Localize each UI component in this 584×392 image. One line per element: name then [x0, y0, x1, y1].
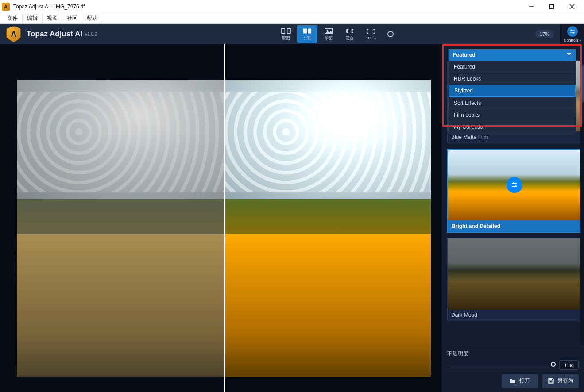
dropdown-option[interactable]: Soft Effects	[449, 97, 576, 109]
viewmode-split-label: 分割	[303, 35, 311, 41]
folder-icon	[510, 378, 516, 384]
dropdown-option[interactable]: Stylized	[449, 85, 576, 97]
menu-file[interactable]: 文件	[3, 13, 23, 23]
preset-card[interactable]: Bright and Detailed	[447, 149, 581, 233]
svg-point-12	[571, 29, 572, 31]
window-titlebar: A Topaz Adjust AI - IMG_7976.tif	[0, 0, 584, 13]
menu-edit[interactable]: 编辑	[23, 13, 43, 23]
app-icon: A	[2, 3, 10, 11]
preview-before	[17, 80, 224, 377]
open-button[interactable]: 打开	[502, 374, 538, 388]
viewmode-fit-label: 适合	[346, 35, 354, 41]
svg-point-14	[572, 32, 574, 33]
svg-point-16	[513, 182, 514, 184]
window-title: Topaz Adjust AI - IMG_7976.tif	[13, 4, 85, 10]
opacity-label: 不透明度	[447, 350, 579, 357]
viewmode-fit[interactable]: 适合	[340, 25, 360, 43]
opacity-slider[interactable]	[447, 365, 556, 365]
dropdown-option[interactable]: Featured	[449, 61, 576, 73]
preset-name: Dark Mood	[448, 309, 581, 321]
adjust-icon[interactable]	[507, 177, 522, 193]
preset-category-dropdown[interactable]: Featured FeaturedHDR LooksStylizedSoft E…	[448, 49, 576, 133]
preset-scrollbar-thumb[interactable]	[581, 65, 584, 103]
preview-after	[224, 80, 431, 377]
open-button-label: 打开	[519, 377, 530, 384]
viewmode-100[interactable]: 100%	[361, 25, 381, 43]
controls-label: Controls	[564, 38, 579, 42]
brand-shield-icon: A	[6, 26, 21, 42]
preset-thumbnail	[448, 238, 581, 309]
image-canvas[interactable]	[0, 44, 441, 392]
svg-rect-5	[287, 28, 290, 33]
window-maximize-button[interactable]	[541, 0, 562, 13]
viewmode-100-label: 100%	[366, 36, 376, 40]
brand-name: Topaz Adjust AI	[27, 30, 82, 38]
brand-version: v1.0.5	[85, 32, 97, 37]
viewmode-dual[interactable]: 双图	[276, 25, 296, 43]
svg-rect-19	[549, 378, 552, 380]
preset-scrollbar[interactable]	[580, 65, 584, 345]
viewmode-single-label: 单图	[325, 35, 333, 41]
dropdown-selected-label: Featured	[453, 52, 476, 58]
viewmode-single[interactable]: 单图	[318, 25, 339, 43]
split-divider-handle[interactable]	[224, 44, 225, 392]
action-row: 打开 另存为	[442, 369, 584, 392]
opacity-control: 不透明度 1.00	[442, 347, 584, 369]
window-minimize-button[interactable]	[521, 0, 541, 13]
sliders-icon	[567, 26, 578, 37]
opacity-slider-handle[interactable]	[551, 362, 556, 367]
svg-rect-1	[550, 4, 554, 8]
viewmode-split[interactable]: 分割	[297, 25, 317, 43]
viewmode-dual-label: 双图	[282, 35, 290, 41]
saveas-button-label: 另存为	[557, 377, 573, 384]
dropdown-option[interactable]: HDR Looks	[449, 73, 576, 85]
presets-panel: Blue Matte FilmBright and DetailedDark M…	[441, 44, 584, 392]
preset-thumbnail	[448, 150, 580, 220]
svg-rect-4	[282, 28, 285, 33]
brand-block: A Topaz Adjust AI v1.0.5	[0, 26, 103, 42]
preset-name: Bright and Detailed	[448, 220, 580, 232]
svg-rect-20	[549, 381, 553, 383]
dropdown-option[interactable]: Film Looks	[449, 109, 576, 121]
dropdown-option[interactable]: My Collection	[449, 121, 576, 133]
menu-help[interactable]: 帮助	[82, 13, 102, 23]
menu-bar: 文件 编辑 视图 社区 帮助	[0, 13, 584, 24]
navigator-toggle-icon[interactable]	[387, 31, 394, 37]
filter-icon	[567, 53, 571, 57]
window-close-button[interactable]	[562, 0, 582, 13]
menu-community[interactable]: 社区	[62, 13, 82, 23]
zoom-indicator[interactable]: 17%	[535, 30, 554, 38]
saveas-button[interactable]: 另存为	[542, 374, 579, 388]
opacity-value[interactable]: 1.00	[559, 360, 579, 370]
svg-point-18	[515, 185, 517, 187]
preset-card[interactable]: Dark Mood	[447, 238, 581, 321]
controls-panel-toggle[interactable]: Controls ›	[560, 24, 584, 44]
save-icon	[548, 378, 554, 384]
menu-view[interactable]: 视图	[43, 13, 62, 23]
dropdown-selected[interactable]: Featured	[449, 49, 576, 61]
app-toolbar: A Topaz Adjust AI v1.0.5 双图 分割 单图 适合	[0, 24, 584, 44]
